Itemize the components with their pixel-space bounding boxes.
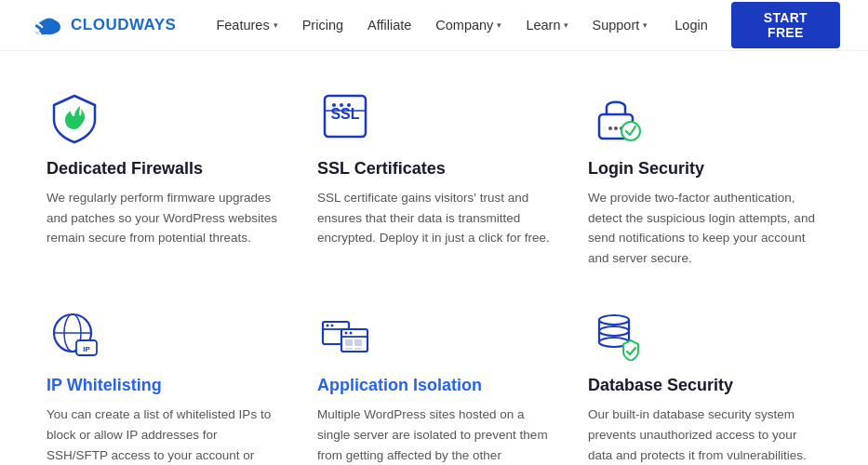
nav-pricing-label: Pricing — [302, 18, 343, 33]
feature-db-security: Database Security Our built-in database … — [588, 305, 821, 465]
svg-point-8 — [332, 103, 336, 107]
features-grid: Dedicated Firewalls We regularly perform… — [47, 88, 821, 465]
start-free-button[interactable]: START FREE — [731, 2, 840, 48]
learn-arrow-icon: ▾ — [564, 20, 568, 30]
nav-features-label: Features — [216, 18, 269, 33]
nav-pricing[interactable]: Pricing — [290, 0, 355, 51]
company-arrow-icon: ▾ — [497, 20, 501, 30]
nav-affiliate-label: Affiliate — [367, 18, 411, 33]
firewalls-title: Dedicated Firewalls — [47, 159, 280, 179]
svg-rect-32 — [345, 348, 353, 350]
svg-point-25 — [331, 325, 334, 327]
ip-whitelist-title: IP Whitelisting — [47, 376, 280, 395]
feature-firewalls: Dedicated Firewalls We regularly perform… — [47, 88, 280, 268]
svg-point-29 — [350, 332, 353, 335]
svg-text:IP: IP — [83, 345, 90, 353]
login-security-icon — [588, 88, 644, 144]
nav-affiliate[interactable]: Affiliate — [355, 0, 423, 51]
db-security-title: Database Security — [588, 376, 821, 395]
svg-point-28 — [345, 332, 348, 335]
svg-rect-31 — [354, 339, 362, 346]
nav-support-label: Support — [592, 18, 639, 33]
ssl-desc: SSL certificate gains visitors' trust an… — [317, 188, 551, 248]
login-security-title: Login Security — [588, 159, 821, 179]
nav-login-label: Login — [674, 18, 707, 33]
features-arrow-icon: ▾ — [274, 20, 278, 30]
app-isolation-desc: Multiple WordPress sites hosted on a sin… — [317, 405, 551, 465]
svg-point-10 — [347, 103, 351, 107]
nav-login[interactable]: Login — [663, 18, 718, 33]
nav-links: Features ▾ Pricing Affiliate Company ▾ L… — [204, 0, 581, 51]
svg-point-2 — [42, 19, 56, 29]
svg-point-24 — [327, 325, 329, 327]
ssl-title: SSL Certificates — [317, 159, 551, 179]
navbar: CLOUDWAYS Features ▾ Pricing Affiliate C… — [0, 0, 868, 51]
db-security-desc: Our built-in database security system pr… — [588, 405, 821, 465]
app-isolation-icon — [317, 305, 373, 361]
firewalls-desc: We regularly perform firmware upgrades a… — [47, 188, 280, 248]
main-content: Dedicated Firewalls We regularly perform… — [0, 51, 868, 465]
support-arrow-icon: ▾ — [643, 20, 648, 30]
feature-ip-whitelist: IP IP Whitelisting You can create a list… — [47, 305, 280, 465]
nav-support[interactable]: Support ▾ — [581, 18, 659, 33]
svg-rect-30 — [345, 339, 353, 346]
svg-point-34 — [599, 315, 629, 325]
nav-learn-label: Learn — [526, 18, 560, 33]
logo[interactable]: CLOUDWAYS — [28, 11, 176, 39]
feature-ssl: SSL SSL Certificates SSL certificate gai… — [317, 88, 551, 268]
app-isolation-title: Application Isolation — [317, 376, 551, 395]
cloudways-logo-icon — [28, 11, 63, 39]
svg-point-13 — [608, 126, 612, 130]
ip-whitelist-desc: You can create a list of whitelisted IPs… — [47, 405, 280, 465]
login-security-desc: We provide two-factor authentication, de… — [588, 188, 821, 268]
svg-text:SSL: SSL — [330, 106, 359, 122]
ssl-icon: SSL — [317, 88, 373, 144]
nav-features[interactable]: Features ▾ — [204, 0, 289, 51]
feature-app-isolation: Application Isolation Multiple WordPress… — [317, 305, 551, 465]
nav-learn[interactable]: Learn ▾ — [514, 0, 581, 51]
svg-point-9 — [340, 103, 343, 107]
logo-text: CLOUDWAYS — [71, 16, 176, 34]
svg-point-16 — [621, 122, 640, 140]
svg-point-37 — [599, 326, 629, 336]
feature-login-security: Login Security We provide two-factor aut… — [588, 88, 821, 268]
firewalls-icon — [47, 88, 102, 144]
svg-rect-33 — [354, 348, 362, 350]
nav-right: Support ▾ Login START FREE — [581, 2, 840, 48]
db-security-icon — [588, 305, 644, 361]
nav-company-label: Company — [435, 18, 493, 33]
ip-whitelist-icon: IP — [47, 305, 102, 361]
nav-company[interactable]: Company ▾ — [423, 0, 514, 51]
svg-point-14 — [614, 126, 618, 130]
